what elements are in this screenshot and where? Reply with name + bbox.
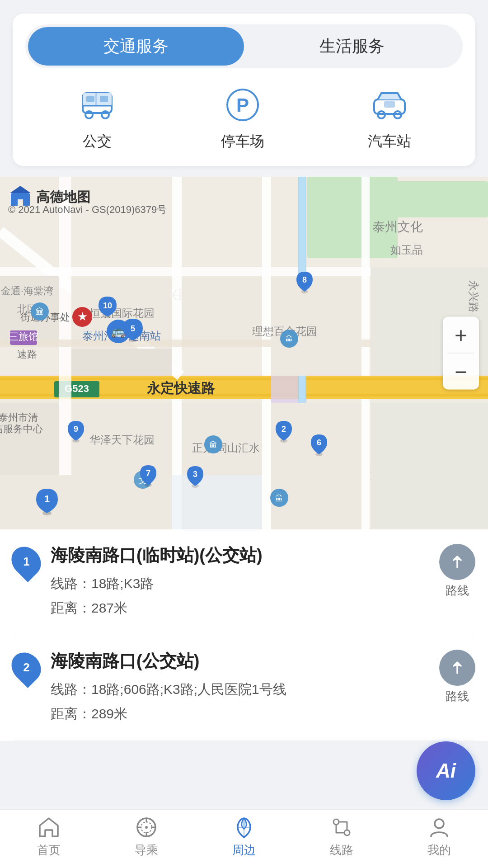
svg-text:6: 6	[317, 438, 321, 447]
tab-life[interactable]: 生活服务	[244, 27, 460, 66]
stop-route-1: 线路：18路;K3路	[51, 571, 428, 596]
route-btn-circle-2	[439, 650, 475, 686]
svg-text:金通·海棠湾: 金通·海棠湾	[1, 285, 53, 297]
svg-text:🏛: 🏛	[36, 307, 44, 316]
nav-route-label: 线路	[330, 842, 353, 858]
svg-text:P: P	[236, 94, 249, 116]
bottom-nav: 首页 导乘 周边	[0, 809, 488, 868]
svg-text:10: 10	[103, 301, 112, 310]
svg-text:华泽天下花园: 华泽天下花园	[89, 434, 155, 446]
parking-icon: P	[222, 85, 263, 125]
service-bus[interactable]: 公交	[77, 85, 117, 151]
svg-rect-49	[371, 403, 488, 529]
svg-text:2: 2	[282, 425, 286, 434]
nav-nearby[interactable]: 周边	[195, 815, 293, 863]
stop-item: 1 海陵南路口(临时站)(公交站) 线路：18路;K3路 距离：287米 路线	[13, 529, 475, 635]
svg-rect-18	[0, 377, 488, 380]
svg-rect-16	[371, 181, 488, 217]
svg-text:泰州文化: 泰州文化	[372, 220, 423, 234]
stop-route-2: 线路：18路;606路;K3路;人民医院1号线	[51, 677, 428, 702]
svg-text:如玉品: 如玉品	[390, 244, 423, 256]
svg-text:7: 7	[146, 469, 150, 478]
svg-rect-50	[271, 376, 298, 403]
svg-point-107	[344, 830, 350, 835]
zoom-controls: + −	[443, 317, 479, 390]
nav-mine[interactable]: 我的	[390, 815, 488, 863]
stop-badge-2: 2	[5, 646, 47, 688]
stop-name-2: 海陵南路口(公交站)	[51, 650, 428, 673]
nav-nearby-label: 周边	[232, 842, 256, 858]
nav-mine-label: 我的	[427, 842, 451, 858]
svg-text:速路: 速路	[17, 349, 37, 360]
service-parking[interactable]: P 停车场	[221, 85, 264, 151]
ai-label: Ai	[436, 760, 456, 782]
svg-point-106	[333, 819, 339, 825]
station-label: 汽车站	[368, 132, 411, 151]
route-btn-label-1: 路线	[446, 583, 469, 599]
svg-text:正太·周山汇水: 正太·周山汇水	[192, 442, 260, 454]
svg-text:泰州市清: 泰州市清	[0, 412, 38, 423]
nav-home-label: 首页	[37, 842, 61, 858]
nav-home[interactable]: 首页	[0, 815, 98, 863]
svg-marker-100	[10, 186, 31, 193]
tab-traffic[interactable]: 交通服务	[28, 27, 244, 66]
route-button-2[interactable]: 路线	[439, 650, 475, 704]
svg-rect-42	[182, 403, 262, 475]
service-station[interactable]: 汽车站	[368, 85, 411, 151]
stop-distance-2: 距离：289米	[51, 702, 428, 726]
stop-badge-1: 1	[5, 541, 47, 582]
guide-icon	[134, 815, 159, 840]
service-panel: 交通服务 生活服务 公交	[13, 14, 475, 166]
stop-name-1: 海陵南路口(临时站)(公交站)	[51, 544, 428, 567]
zoom-in-button[interactable]: +	[443, 317, 479, 353]
bus-icon	[77, 85, 117, 125]
svg-rect-37	[172, 475, 262, 529]
stop-distance-1: 距离：287米	[51, 596, 428, 620]
svg-text:🏛: 🏛	[285, 335, 293, 344]
svg-text:9: 9	[74, 425, 78, 434]
zoom-out-button[interactable]: −	[443, 354, 479, 390]
stop-number-2: 2	[23, 660, 29, 675]
map-copyright: © 2021 AutoNavi - GS(2019)6379号	[8, 203, 167, 217]
svg-text:恒景国际花园: 恒景国际花园	[89, 307, 155, 319]
route-icon	[329, 815, 354, 840]
nav-guide[interactable]: 导乘	[98, 815, 195, 863]
nav-route[interactable]: 线路	[293, 815, 390, 863]
stop-number-1: 1	[23, 555, 29, 569]
svg-text:三旅馆: 三旅馆	[9, 331, 38, 342]
svg-text:洁服务中心: 洁服务中心	[0, 423, 43, 434]
svg-rect-6	[86, 96, 94, 102]
route-btn-circle-1	[439, 544, 475, 580]
nearby-icon	[232, 815, 256, 840]
svg-rect-31	[361, 399, 370, 529]
service-icons: 公交 P 停车场 汽车站	[25, 85, 463, 151]
mine-icon	[427, 815, 451, 840]
stop-info-2: 海陵南路口(公交站) 线路：18路;606路;K3路;人民医院1号线 距离：28…	[51, 650, 428, 726]
car-station-icon	[369, 85, 410, 125]
svg-rect-41	[182, 276, 262, 340]
map-container[interactable]: G523 永兴路 永定快速路 太湖路	[0, 177, 488, 529]
svg-rect-5	[95, 93, 97, 106]
svg-text:★: ★	[77, 310, 88, 323]
svg-text:5: 5	[131, 324, 135, 333]
svg-text:永定快速路: 永定快速路	[146, 381, 215, 396]
route-button-1[interactable]: 路线	[439, 544, 475, 599]
svg-text:3: 3	[193, 470, 197, 479]
nav-guide-label: 导乘	[135, 842, 158, 858]
bus-label: 公交	[83, 132, 112, 151]
stop-list: 1 海陵南路口(临时站)(公交站) 线路：18路;K3路 距离：287米 路线 …	[0, 529, 488, 741]
svg-rect-7	[100, 96, 108, 102]
ai-bubble[interactable]: Ai	[417, 741, 475, 800]
route-btn-label-2: 路线	[446, 689, 469, 704]
svg-text:🏛: 🏛	[275, 494, 283, 503]
svg-text:1: 1	[44, 493, 50, 505]
svg-rect-40	[71, 349, 172, 376]
svg-text:8: 8	[302, 275, 307, 284]
svg-point-108	[435, 819, 444, 828]
svg-point-104	[145, 826, 148, 829]
svg-rect-29	[262, 399, 271, 529]
stop-info-1: 海陵南路口(临时站)(公交站) 线路：18路;K3路 距离：287米	[51, 544, 428, 620]
svg-rect-13	[384, 101, 395, 108]
svg-text:🏛: 🏛	[209, 440, 217, 450]
tab-bar: 交通服务 生活服务	[25, 24, 463, 68]
